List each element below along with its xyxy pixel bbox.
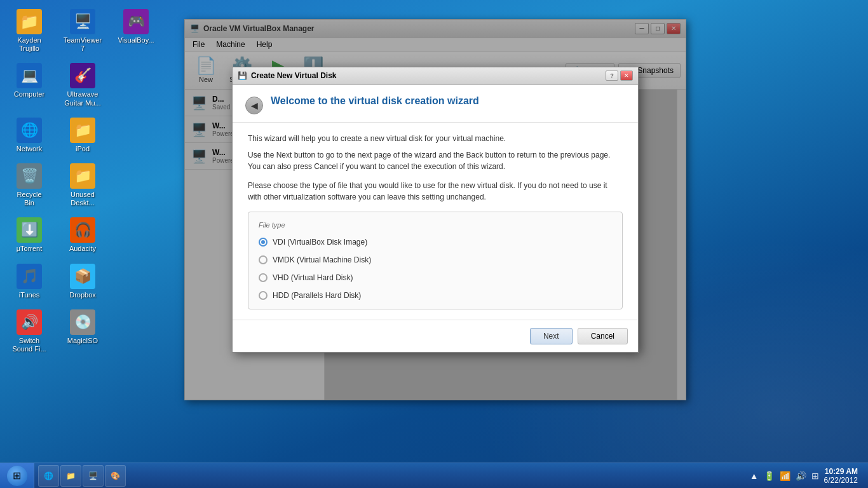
file-type-label: File type [259, 220, 612, 231]
dialog-help-button[interactable]: ? [606, 71, 618, 81]
paint-icon: 🎨 [111, 471, 120, 480]
clock-date: 6/22/2012 [824, 476, 858, 485]
file-type-box: File type VDI (VirtualBox Disk Image) VM… [248, 212, 623, 310]
wizard-dialog: 💾 Create New Virtual Disk ? ✕ ◀ Welcome … [232, 67, 639, 353]
desktop-icon-magiciso[interactable]: 💿 MagicISO [60, 307, 105, 356]
desktop-icon-visualboy[interactable]: 🎮 VisualBoy... [113, 6, 159, 55]
wizard-desc3: Please choose the type of file that you … [248, 180, 623, 203]
icon-label-unused: UnusedDeskt... [71, 191, 95, 207]
start-orb-button[interactable]: ⊞ [0, 463, 34, 489]
radio-circle-hdd [259, 291, 268, 300]
dialog-close-button[interactable]: ✕ [620, 71, 633, 81]
radio-label-hdd: HDD (Parallels Hard Disk) [273, 290, 361, 301]
desktop-icon-kayden[interactable]: 📁 KaydenTrujillo [6, 6, 52, 55]
radio-circle-vdi [259, 238, 268, 247]
radio-vhd[interactable]: VHD (Virtual Hard Disk) [259, 272, 612, 283]
dialog-title: Create New Virtual Disk [251, 71, 337, 80]
radio-vdi[interactable]: VDI (VirtualBox Disk Image) [259, 236, 612, 248]
icon-label-audacity: Audacity [69, 245, 96, 253]
desktop-icon-unused[interactable]: 📁 UnusedDeskt... [60, 161, 105, 210]
taskbar-explorer[interactable]: 📁 [60, 465, 81, 487]
vbox-taskbar-icon: 🖥️ [88, 471, 98, 480]
desktop-icon-ultrawave[interactable]: 🎸 UltrawaveGuitar Mu... [60, 60, 105, 109]
radio-vmdk[interactable]: VMDK (Virtual Machine Disk) [259, 254, 612, 266]
desktop-icon-utorrent[interactable]: ⬇️ µTorrent [6, 215, 52, 255]
wizard-overlay: 💾 Create New Virtual Disk ? ✕ ◀ Welcome … [185, 20, 686, 400]
wizard-desc1: This wizard will help you to create a ne… [248, 133, 623, 144]
wizard-heading: Welcome to the virtual disk creation wiz… [271, 95, 479, 107]
taskbar-tray: ▲ 🔋 📶 🔊 ⊞ 10:29 AM 6/22/2012 [743, 467, 868, 485]
taskbar-paint[interactable]: 🎨 [105, 465, 126, 487]
icon-label-ipod: iPod [76, 145, 90, 153]
radio-label-vdi: VDI (VirtualBox Disk Image) [273, 236, 367, 248]
windows-orb: ⊞ [7, 466, 27, 486]
icon-label-network: Network [17, 145, 42, 153]
tray-volume[interactable]: 🔊 [796, 471, 806, 481]
radio-hdd[interactable]: HDD (Parallels Hard Disk) [259, 290, 612, 301]
icon-label-switchsound: Switch Sound Fi... [9, 337, 50, 353]
clock-time: 10:29 AM [824, 467, 858, 476]
tray-arrow[interactable]: ▲ [750, 471, 759, 481]
icon-label-itunes: iTunes [19, 291, 40, 299]
desktop-icon-dropbox[interactable]: 📦 Dropbox [60, 261, 105, 302]
wizard-desc2: Use the Next button to go to the next pa… [248, 149, 623, 172]
tray-battery: 🔋 [764, 471, 775, 481]
icon-label-teamviewer: TeamViewer7 [64, 36, 102, 53]
icon-label-computer: Computer [14, 90, 44, 98]
wizard-header: ◀ Welcome to the virtual disk creation w… [233, 85, 638, 123]
ie-icon: 🌐 [44, 471, 53, 480]
wizard-body: This wizard will help you to create a ne… [233, 123, 638, 320]
tray-extra: ⊞ [811, 471, 819, 481]
taskbar: ⊞ 🌐 📁 🖥️ 🎨 ▲ 🔋 📶 🔊 ⊞ 10:29 AM 6/22/2012 [0, 463, 868, 488]
wizard-back-button[interactable]: ◀ [245, 97, 263, 114]
icon-label-dropbox: Dropbox [69, 291, 96, 299]
desktop-icon-teamviewer[interactable]: 🖥️ TeamViewer7 [60, 6, 105, 55]
desktop-icons: 📁 KaydenTrujillo 🖥️ TeamViewer7 🎮 Visual… [6, 6, 159, 356]
explorer-icon: 📁 [66, 471, 76, 480]
icon-label-visualboy: VisualBoy... [118, 36, 154, 44]
desktop-icon-recycle[interactable]: 🗑️ RecycleBin [6, 161, 52, 210]
tray-network: 📶 [780, 471, 790, 481]
wizard-footer: Next Cancel [233, 320, 638, 352]
clock[interactable]: 10:29 AM 6/22/2012 [824, 467, 862, 485]
desktop-icon-audacity[interactable]: 🎧 Audacity [60, 215, 105, 255]
icon-label-recycle: RecycleBin [17, 191, 41, 207]
icon-label-utorrent: µTorrent [17, 245, 43, 253]
vbox-window: 🖥️ Oracle VM VirtualBox Manager ─ □ ✕ Fi… [184, 19, 686, 400]
radio-label-vmdk: VMDK (Virtual Machine Disk) [273, 254, 371, 266]
taskbar-items: 🌐 📁 🖥️ 🎨 [34, 465, 743, 487]
desktop-icon-network[interactable]: 🌐 Network [6, 115, 52, 156]
next-button[interactable]: Next [530, 328, 573, 344]
radio-label-vhd: VHD (Virtual Hard Disk) [273, 272, 353, 283]
radio-circle-vmdk [259, 255, 268, 264]
taskbar-ie[interactable]: 🌐 [38, 465, 59, 487]
dialog-titlebar: 💾 Create New Virtual Disk ? ✕ [233, 67, 638, 85]
icon-label-kayden: KaydenTrujillo [17, 36, 41, 53]
radio-circle-vhd [259, 273, 268, 282]
desktop-icon-itunes[interactable]: 🎵 iTunes [6, 261, 52, 302]
desktop-icon-computer[interactable]: 💻 Computer [6, 60, 52, 109]
desktop-icon-ipod[interactable]: 📁 iPod [60, 115, 105, 156]
cancel-button[interactable]: Cancel [578, 328, 628, 344]
taskbar-vbox[interactable]: 🖥️ [83, 465, 104, 487]
desktop-icon-switchsound[interactable]: 🔊 Switch Sound Fi... [6, 307, 52, 356]
dialog-icon: 💾 [238, 71, 247, 80]
icon-label-magiciso: MagicISO [67, 337, 98, 345]
icon-label-ultrawave: UltrawaveGuitar Mu... [64, 90, 100, 107]
